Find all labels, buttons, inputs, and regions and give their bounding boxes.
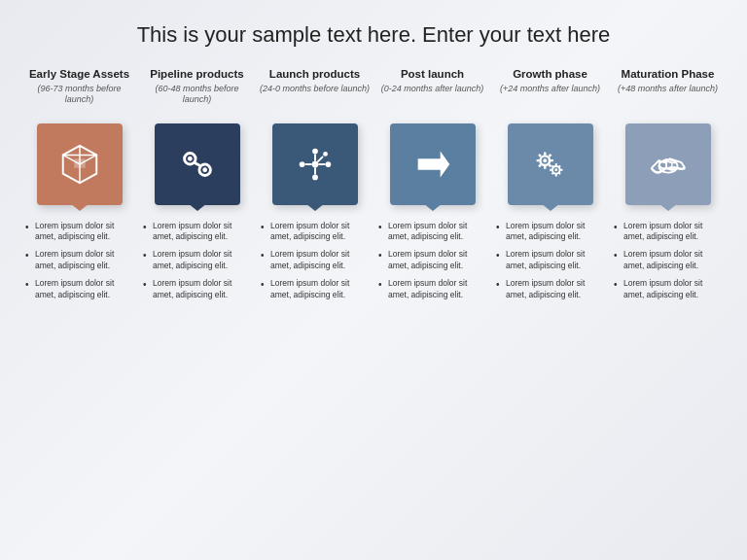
col-subtitle-3: (0-24 months after launch) bbox=[381, 84, 484, 95]
icon-card-1 bbox=[155, 123, 240, 205]
col-header-3: Post launch (0-24 months after launch) bbox=[381, 67, 484, 118]
col-header-5: Maturation Phase (+48 months after launc… bbox=[618, 67, 718, 118]
arrow-icon bbox=[410, 142, 455, 187]
col-subtitle-0: (96-73 months before launch) bbox=[23, 84, 135, 106]
col-header-0: Early Stage Assets (96-73 months before … bbox=[23, 67, 135, 118]
svg-line-3 bbox=[194, 162, 201, 166]
icon-card-3 bbox=[390, 123, 476, 205]
bullet-1-2: Lorem ipsum dolor sit amet, adipiscing e… bbox=[143, 278, 251, 301]
columns-container: Early Stage Assets (96-73 months before … bbox=[23, 67, 724, 542]
col-title-2: Launch products bbox=[269, 67, 360, 82]
bullet-0-2: Lorem ipsum dolor sit amet, adipiscing e… bbox=[25, 278, 133, 301]
bullet-3-2: Lorem ipsum dolor sit amet, adipiscing e… bbox=[378, 278, 486, 301]
col-subtitle-4: (+24 months after launch) bbox=[500, 84, 600, 95]
column-4: Growth phase (+24 months after launch) L… bbox=[494, 67, 606, 542]
svg-point-19 bbox=[543, 158, 547, 162]
bullet-1-0: Lorem ipsum dolor sit amet, adipiscing e… bbox=[143, 221, 251, 244]
bullet-4-1: Lorem ipsum dolor sit amet, adipiscing e… bbox=[496, 249, 604, 272]
icon-card-5 bbox=[625, 123, 711, 205]
col-title-5: Maturation Phase bbox=[622, 67, 715, 82]
col-subtitle-2: (24-0 months before launch) bbox=[260, 84, 370, 95]
box-icon bbox=[57, 142, 102, 187]
bullet-2-1: Lorem ipsum dolor sit amet, adipiscing e… bbox=[261, 249, 369, 272]
bullet-4-0: Lorem ipsum dolor sit amet, adipiscing e… bbox=[496, 221, 604, 244]
chain-icon bbox=[175, 142, 220, 187]
col-subtitle-1: (60-48 months before launch) bbox=[141, 84, 253, 106]
col-header-4: Growth phase (+24 months after launch) bbox=[500, 67, 600, 118]
bullet-list-4: Lorem ipsum dolor sit amet, adipiscing e… bbox=[494, 221, 606, 307]
bullet-1-1: Lorem ipsum dolor sit amet, adipiscing e… bbox=[143, 249, 251, 272]
col-subtitle-5: (+48 months after launch) bbox=[618, 84, 718, 95]
col-title-3: Post launch bbox=[401, 67, 464, 82]
gears-icon bbox=[528, 142, 573, 187]
column-0: Early Stage Assets (96-73 months before … bbox=[23, 67, 135, 542]
svg-point-11 bbox=[323, 152, 328, 157]
bullet-list-2: Lorem ipsum dolor sit amet, adipiscing e… bbox=[259, 221, 371, 307]
bullet-2-0: Lorem ipsum dolor sit amet, adipiscing e… bbox=[261, 221, 369, 244]
col-header-1: Pipeline products (60-48 months before l… bbox=[141, 67, 253, 118]
column-2: Launch products (24-0 months before laun… bbox=[259, 67, 371, 542]
bullet-3-0: Lorem ipsum dolor sit amet, adipiscing e… bbox=[378, 221, 486, 244]
column-1: Pipeline products (60-48 months before l… bbox=[141, 67, 253, 542]
col-title-1: Pipeline products bbox=[150, 67, 244, 82]
bullet-5-1: Lorem ipsum dolor sit amet, adipiscing e… bbox=[614, 249, 722, 272]
handshake-icon bbox=[646, 142, 691, 187]
bullet-2-2: Lorem ipsum dolor sit amet, adipiscing e… bbox=[261, 278, 369, 301]
col-header-2: Launch products (24-0 months before laun… bbox=[260, 67, 370, 118]
bullet-list-0: Lorem ipsum dolor sit amet, adipiscing e… bbox=[23, 221, 135, 307]
bullet-4-2: Lorem ipsum dolor sit amet, adipiscing e… bbox=[496, 278, 604, 301]
svg-rect-0 bbox=[74, 158, 86, 168]
svg-point-5 bbox=[202, 167, 207, 172]
col-title-4: Growth phase bbox=[513, 67, 587, 82]
svg-point-8 bbox=[325, 161, 331, 167]
svg-point-10 bbox=[299, 161, 304, 167]
page: This is your sample text here. Enter you… bbox=[0, 0, 747, 560]
svg-point-9 bbox=[312, 174, 318, 180]
bullet-5-0: Lorem ipsum dolor sit amet, adipiscing e… bbox=[614, 221, 722, 244]
network-icon bbox=[293, 142, 338, 187]
icon-card-4 bbox=[508, 123, 593, 205]
svg-point-21 bbox=[554, 168, 557, 171]
svg-point-4 bbox=[187, 156, 192, 160]
col-title-0: Early Stage Assets bbox=[29, 67, 129, 82]
column-3: Post launch (0-24 months after launch) L… bbox=[376, 67, 488, 542]
svg-point-6 bbox=[311, 160, 318, 167]
svg-point-7 bbox=[312, 148, 318, 154]
svg-marker-17 bbox=[417, 151, 449, 177]
svg-line-16 bbox=[317, 156, 323, 161]
bullet-list-5: Lorem ipsum dolor sit amet, adipiscing e… bbox=[612, 221, 724, 307]
icon-card-0 bbox=[37, 123, 123, 205]
bullet-0-0: Lorem ipsum dolor sit amet, adipiscing e… bbox=[25, 221, 133, 244]
bullet-0-1: Lorem ipsum dolor sit amet, adipiscing e… bbox=[25, 249, 133, 272]
icon-card-2 bbox=[272, 123, 358, 205]
main-title: This is your sample text here. Enter you… bbox=[23, 21, 724, 50]
column-5: Maturation Phase (+48 months after launc… bbox=[612, 67, 724, 542]
bullet-list-1: Lorem ipsum dolor sit amet, adipiscing e… bbox=[141, 221, 253, 307]
bullet-list-3: Lorem ipsum dolor sit amet, adipiscing e… bbox=[376, 221, 488, 307]
bullet-3-1: Lorem ipsum dolor sit amet, adipiscing e… bbox=[378, 249, 486, 272]
bullet-5-2: Lorem ipsum dolor sit amet, adipiscing e… bbox=[614, 278, 722, 301]
